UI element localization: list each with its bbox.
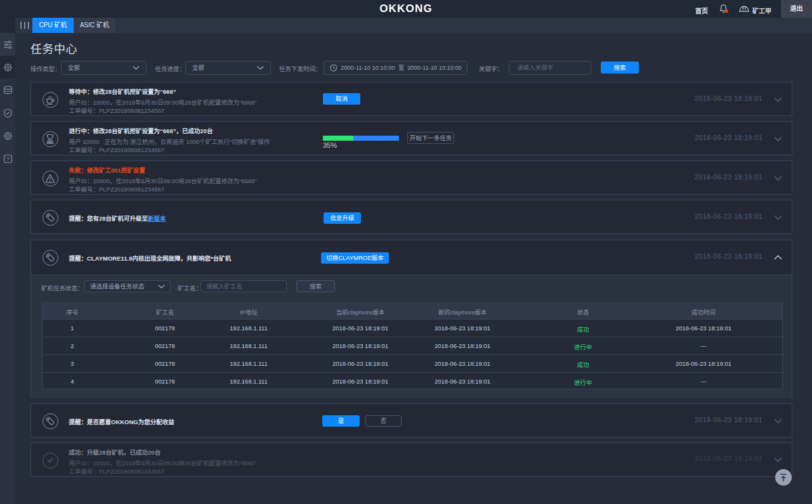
- svg-text:?: ?: [6, 156, 9, 162]
